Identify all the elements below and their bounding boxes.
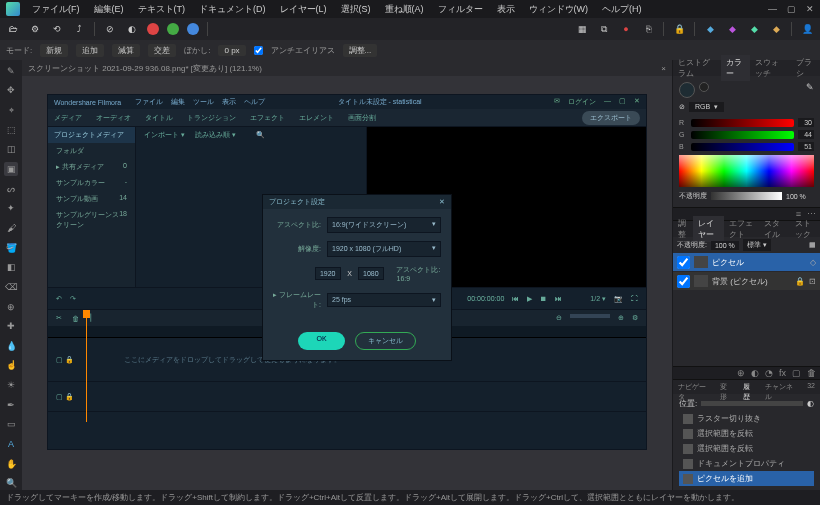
grid-icon[interactable]: ▦	[575, 22, 589, 36]
color-spectrum[interactable]	[679, 155, 814, 187]
layer-blend-select[interactable]: 標準 ▾	[743, 239, 771, 251]
history-menu-icon[interactable]: ◐	[807, 399, 814, 408]
wand-tool-icon[interactable]: ✦	[4, 201, 18, 215]
erase-tool-icon[interactable]: ⌫	[4, 280, 18, 294]
g-slider[interactable]	[691, 131, 794, 139]
text-tool-icon[interactable]: A	[4, 437, 18, 451]
gradient-tool-icon[interactable]: ◧	[4, 260, 18, 274]
layer-visible-checkbox2[interactable]	[677, 275, 690, 288]
color-none-icon2[interactable]: ⊘	[679, 103, 685, 111]
color-blue-icon[interactable]	[187, 23, 199, 35]
minimize-icon[interactable]: —	[768, 4, 777, 14]
adjust-button[interactable]: 調整...	[343, 44, 378, 57]
maximize-icon[interactable]: ▢	[787, 4, 796, 14]
group-icon[interactable]: ▢	[792, 368, 801, 378]
g-value[interactable]: 44	[798, 130, 814, 139]
canvas[interactable]: Wondershare Filmora ファイル 編集 ツール 表示 ヘルプ タ…	[22, 76, 672, 490]
record-icon[interactable]: ●	[619, 22, 633, 36]
persona4-icon[interactable]: ◆	[769, 22, 783, 36]
layer-pixel[interactable]: ピクセル ◇	[673, 253, 820, 271]
close-icon[interactable]: ✕	[806, 4, 814, 14]
tab-history[interactable]: 履歴	[738, 380, 761, 394]
menu-view[interactable]: 表示	[491, 1, 521, 18]
layer-opacity-value[interactable]: 100 %	[711, 241, 739, 250]
add-layer-icon[interactable]: ⊕	[737, 368, 745, 378]
tab-32[interactable]: 32	[802, 380, 820, 394]
color-mode-select[interactable]: RGB▾	[689, 102, 724, 112]
layer-background[interactable]: 背景 (ピクセル) 🔒⊡	[673, 272, 820, 290]
b-slider[interactable]	[691, 143, 794, 151]
eyedropper-tool-icon[interactable]: ✎	[4, 64, 18, 78]
mode-new[interactable]: 新規	[40, 44, 68, 57]
dodge-tool-icon[interactable]: ☀	[4, 378, 18, 392]
shape-tool-icon[interactable]: ▭	[4, 418, 18, 432]
persona2-icon[interactable]: ◆	[725, 22, 739, 36]
contrast-icon[interactable]: ◐	[125, 22, 139, 36]
menu-help[interactable]: ヘルプ(H)	[596, 1, 648, 18]
menu-filter[interactable]: フィルター	[432, 1, 489, 18]
adjust-icon[interactable]: ◔	[765, 368, 773, 378]
blur-tool-icon[interactable]: 💧	[4, 339, 18, 353]
history-slider[interactable]	[701, 401, 803, 406]
smudge-tool-icon[interactable]: ☝	[4, 359, 18, 373]
selection-tool-icon[interactable]: ◫	[4, 143, 18, 157]
persona1-icon[interactable]: ◆	[703, 22, 717, 36]
lock-icon[interactable]: 🔒	[672, 22, 686, 36]
tab-navigator[interactable]: ナビゲータ	[673, 380, 715, 394]
antialias-checkbox[interactable]	[254, 46, 263, 55]
menu-window[interactable]: ウィンドウ(W)	[523, 1, 595, 18]
b-value[interactable]: 51	[798, 142, 814, 151]
link-icon[interactable]: ⊡	[809, 277, 816, 286]
picker-tool-icon[interactable]: ⌖	[4, 103, 18, 117]
hand-tool-icon[interactable]: ✋	[4, 457, 18, 471]
history-item-4[interactable]: ドキュメントプロパティ	[679, 456, 814, 471]
user-icon[interactable]: 👤	[800, 22, 814, 36]
share-icon[interactable]: ⤴	[72, 22, 86, 36]
clone-tool-icon[interactable]: ⊕	[4, 300, 18, 314]
clip-icon[interactable]: ⎘	[641, 22, 655, 36]
refresh-icon[interactable]: ⟲	[50, 22, 64, 36]
color-green-icon[interactable]	[167, 23, 179, 35]
color-none-icon[interactable]: ⊘	[103, 22, 117, 36]
history-item-2[interactable]: 選択範囲を反転	[679, 426, 814, 441]
lasso-tool-icon[interactable]: ᔕ	[4, 182, 18, 196]
heal-tool-icon[interactable]: ✚	[4, 319, 18, 333]
fx-icon[interactable]: fx	[779, 368, 786, 378]
menu-edit[interactable]: 編集(E)	[88, 1, 130, 18]
brush-tool-icon[interactable]: 🖌	[4, 221, 18, 235]
history-item-5[interactable]: ピクセルを追加	[679, 471, 814, 486]
delete-icon[interactable]: 🗑	[807, 368, 816, 378]
foreground-swatch[interactable]	[679, 82, 695, 98]
menu-text[interactable]: テキスト(T)	[132, 1, 192, 18]
mode-subtract[interactable]: 減算	[112, 44, 140, 57]
open-icon[interactable]: 🗁	[6, 22, 20, 36]
r-value[interactable]: 30	[798, 118, 814, 127]
move-tool-icon[interactable]: ✥	[4, 84, 18, 98]
feather-value[interactable]: 0 px	[218, 45, 245, 56]
menu-file[interactable]: ファイル(F)	[26, 1, 86, 18]
zoom-tool-icon[interactable]: 🔍	[4, 476, 18, 490]
lock-icon3[interactable]: 🔒	[795, 277, 805, 286]
tab-channels[interactable]: チャンネル	[760, 380, 802, 394]
tab-transform[interactable]: 変形	[715, 380, 738, 394]
pen-tool-icon[interactable]: ✒	[4, 398, 18, 412]
color-red-icon[interactable]	[147, 23, 159, 35]
tab-close-icon[interactable]: ×	[661, 64, 666, 73]
lock-icon2[interactable]: ◇	[810, 258, 816, 267]
background-swatch[interactable]	[699, 82, 709, 92]
opacity-value[interactable]: 100 %	[786, 193, 814, 200]
history-item-3[interactable]: 選択範囲を反転	[679, 441, 814, 456]
menu-select[interactable]: 選択(S)	[335, 1, 377, 18]
mode-intersect[interactable]: 交差	[148, 44, 176, 57]
mask-icon[interactable]: ◐	[751, 368, 759, 378]
history-item-1[interactable]: ラスター切り抜き	[679, 411, 814, 426]
r-slider[interactable]	[691, 119, 794, 127]
mode-add[interactable]: 追加	[76, 44, 104, 57]
persona3-icon[interactable]: ◆	[747, 22, 761, 36]
fill-tool-icon[interactable]: 🪣	[4, 241, 18, 255]
opacity-slider[interactable]	[711, 192, 782, 200]
crop-tool-icon[interactable]: ⬚	[4, 123, 18, 137]
menu-layer[interactable]: レイヤー(L)	[274, 1, 333, 18]
menu-arrange[interactable]: 重ね順(A)	[379, 1, 430, 18]
eyedropper-icon[interactable]: ✎	[806, 82, 814, 98]
